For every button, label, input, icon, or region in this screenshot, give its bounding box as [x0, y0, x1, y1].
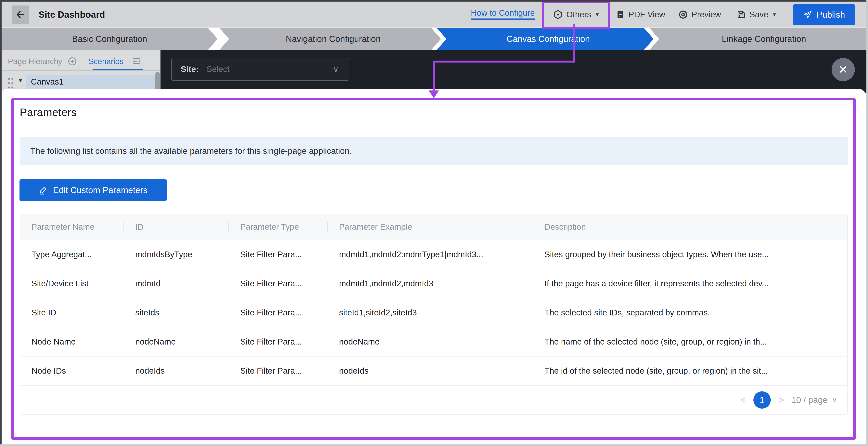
column-header: Parameter Name: [20, 222, 124, 232]
tab-linkage-configuration[interactable]: Linkage Configuration: [650, 28, 868, 50]
how-to-configure-link[interactable]: How to Configure: [471, 8, 535, 20]
table-row: Site ID siteIds Site Filter Para... site…: [20, 298, 847, 327]
table-row: Type Aggregat... mdmIdsByType Site Filte…: [20, 240, 847, 269]
column-header: Description: [533, 222, 847, 232]
connector-line-horizontal: [433, 61, 576, 63]
site-select-placeholder: Select: [207, 65, 229, 74]
sidebar-header: Page Hierarchy Scenarios: [2, 53, 160, 70]
hexagon-widget-icon: [553, 10, 563, 20]
pagination-page-1[interactable]: 1: [753, 391, 771, 409]
top-bar: Site Dashboard How to Configure Others ▼: [2, 2, 866, 28]
pdf-view-button[interactable]: PDF View: [616, 2, 665, 28]
caret-down-icon: ▼: [595, 12, 600, 17]
chevron-down-icon: ∨: [832, 396, 837, 404]
preview-button[interactable]: Preview: [678, 2, 721, 28]
chevron-down-icon: ∨: [333, 65, 339, 74]
window-frame-bottom: [0, 444, 868, 446]
close-button[interactable]: ✕: [832, 58, 855, 81]
page-size-select[interactable]: 10 / page ∨: [792, 395, 837, 405]
sidebar-divider: [2, 70, 160, 71]
save-button[interactable]: Save ▼: [737, 2, 777, 28]
page-title: Site Dashboard: [39, 2, 105, 28]
info-banner: The following list contains all the avai…: [20, 137, 848, 165]
collapse-list-icon[interactable]: [131, 56, 142, 66]
sidebar: Page Hierarchy Scenarios: [2, 50, 160, 93]
sidebar-scrollbar[interactable]: [155, 72, 160, 91]
tree-item-canvas1[interactable]: Canvas1: [31, 77, 64, 87]
table-row: Site/Device List mdmId Site Filter Para.…: [20, 269, 847, 298]
table-header-row: Parameter Name ID Parameter Type Paramet…: [20, 214, 847, 240]
step-tabs: Basic Configuration Navigation Configura…: [2, 28, 866, 50]
column-header: ID: [124, 222, 229, 232]
parameters-table: Parameter Name ID Parameter Type Paramet…: [20, 214, 848, 415]
parameters-panel: Parameters The following list contains a…: [11, 98, 856, 440]
table-row: Node IDs nodeIds Site Filter Para... nod…: [20, 356, 847, 385]
panel-title: Parameters: [20, 106, 76, 118]
table-row: Node Name nodeName Site Filter Para... n…: [20, 327, 847, 356]
connector-line-vertical-2: [433, 61, 435, 92]
site-select-label: Site:: [181, 65, 199, 74]
column-header: Parameter Example: [328, 222, 533, 232]
connector-arrowhead-icon: [429, 91, 439, 98]
edit-custom-parameters-button[interactable]: Edit Custom Parameters: [20, 179, 167, 201]
close-icon: ✕: [838, 63, 848, 76]
window-frame-right: [866, 0, 868, 446]
info-banner-text: The following list contains all the avai…: [30, 146, 352, 156]
drag-handle-icon[interactable]: [7, 77, 14, 89]
others-menu-button[interactable]: Others ▼: [553, 2, 600, 28]
column-header: Parameter Type: [229, 222, 328, 232]
add-page-icon[interactable]: [67, 57, 77, 66]
caret-down-icon: ▼: [772, 12, 777, 17]
window-frame-left: [0, 0, 2, 446]
pdf-document-icon: [616, 10, 625, 19]
pagination-next-icon[interactable]: >: [778, 395, 784, 405]
pagination-prev-icon[interactable]: <: [740, 395, 746, 405]
tree-expand-caret-icon[interactable]: ▼: [18, 77, 23, 84]
tab-basic-configuration[interactable]: Basic Configuration: [2, 28, 218, 50]
publish-button[interactable]: Publish: [793, 4, 855, 25]
tab-canvas-configuration[interactable]: Canvas Configuration: [437, 28, 654, 50]
edit-pencil-icon: [39, 185, 48, 195]
back-button[interactable]: [12, 5, 29, 24]
tab-navigation-configuration[interactable]: Navigation Configuration: [220, 28, 441, 50]
page-hierarchy-label: Page Hierarchy: [8, 57, 62, 66]
preview-eye-icon: [678, 10, 688, 20]
site-select[interactable]: Site: Select ∨: [171, 58, 349, 81]
send-plane-icon: [803, 10, 812, 19]
table-footer: < 1 > 10 / page ∨: [20, 385, 847, 414]
connector-line-vertical-1: [574, 24, 576, 63]
app-window: Site Dashboard How to Configure Others ▼: [0, 0, 868, 446]
canvas-area: Site: Select ∨ ✕: [160, 50, 866, 93]
arrow-left-icon: [16, 9, 26, 20]
window-frame-top: [0, 0, 868, 2]
save-floppy-icon: [737, 10, 746, 19]
sidebar-tab-scenarios[interactable]: Scenarios: [89, 57, 124, 66]
